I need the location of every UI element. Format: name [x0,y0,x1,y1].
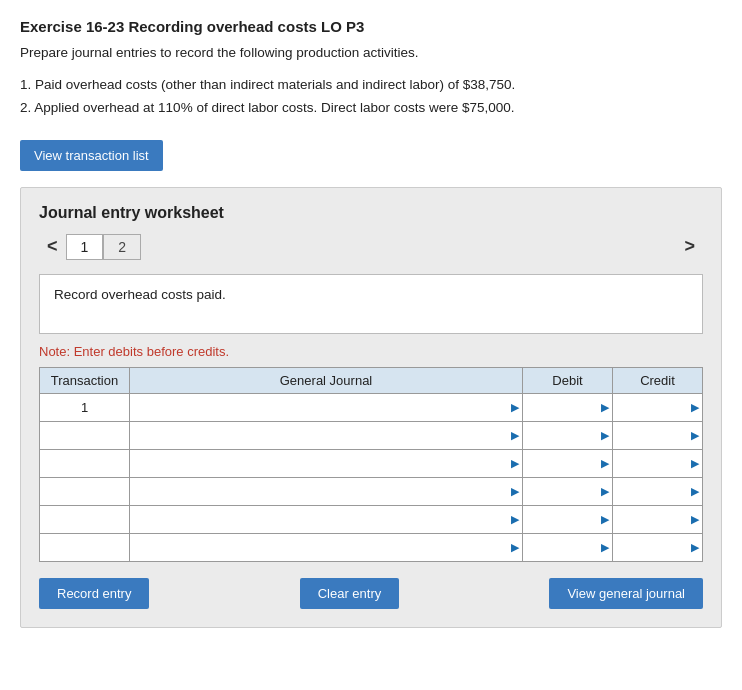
general-journal-cell[interactable]: ▶ [130,393,523,421]
debit-cell[interactable]: ▶ [523,533,613,561]
transaction-cell [40,533,130,561]
table-row: ▶▶▶ [40,533,703,561]
table-row: ▶▶▶ [40,477,703,505]
general-journal-input[interactable] [130,478,522,505]
clear-entry-button[interactable]: Clear entry [300,578,400,609]
general-journal-cell[interactable]: ▶ [130,421,523,449]
note-text: Note: Enter debits before credits. [39,344,703,359]
activity-1: 1. Paid overhead costs (other than indir… [20,74,722,97]
credit-input[interactable] [613,450,702,477]
tab-left-arrow[interactable]: < [39,234,66,259]
table-row: ▶▶▶ [40,421,703,449]
credit-cell[interactable]: ▶ [613,393,703,421]
credit-input[interactable] [613,394,702,421]
tab-navigation: < 1 2 > [39,234,703,260]
view-transaction-button[interactable]: View transaction list [20,140,163,171]
general-journal-input[interactable] [130,506,522,533]
credit-input[interactable] [613,534,702,561]
table-row: ▶▶▶ [40,505,703,533]
record-entry-button[interactable]: Record entry [39,578,149,609]
credit-cell[interactable]: ▶ [613,505,703,533]
table-row: 1▶▶▶ [40,393,703,421]
general-journal-input[interactable] [130,534,522,561]
page-title: Exercise 16-23 Recording overhead costs … [20,18,722,35]
general-journal-input[interactable] [130,394,522,421]
credit-cell[interactable]: ▶ [613,449,703,477]
table-row: ▶▶▶ [40,449,703,477]
col-header-general-journal: General Journal [130,367,523,393]
debit-cell[interactable]: ▶ [523,449,613,477]
debit-input[interactable] [523,534,612,561]
credit-input[interactable] [613,478,702,505]
action-buttons: Record entry Clear entry View general jo… [39,578,703,609]
debit-cell[interactable]: ▶ [523,477,613,505]
credit-cell[interactable]: ▶ [613,421,703,449]
description-box: Record overhead costs paid. [39,274,703,334]
debit-input[interactable] [523,450,612,477]
transaction-cell [40,505,130,533]
tab-1[interactable]: 1 [66,234,104,260]
col-header-credit: Credit [613,367,703,393]
transaction-cell [40,449,130,477]
tab-right-arrow[interactable]: > [676,234,703,259]
debit-input[interactable] [523,422,612,449]
transaction-cell: 1 [40,393,130,421]
debit-cell[interactable]: ▶ [523,421,613,449]
journal-entry-worksheet: Journal entry worksheet < 1 2 > Record o… [20,187,722,628]
credit-input[interactable] [613,422,702,449]
activity-list: 1. Paid overhead costs (other than indir… [20,74,722,120]
transaction-cell [40,477,130,505]
tab-2[interactable]: 2 [103,234,141,260]
worksheet-title: Journal entry worksheet [39,204,703,222]
credit-cell[interactable]: ▶ [613,477,703,505]
credit-cell[interactable]: ▶ [613,533,703,561]
general-journal-input[interactable] [130,450,522,477]
debit-input[interactable] [523,394,612,421]
activity-2: 2. Applied overhead at 110% of direct la… [20,97,722,120]
general-journal-cell[interactable]: ▶ [130,449,523,477]
general-journal-cell[interactable]: ▶ [130,533,523,561]
debit-input[interactable] [523,478,612,505]
general-journal-cell[interactable]: ▶ [130,477,523,505]
general-journal-cell[interactable]: ▶ [130,505,523,533]
debit-cell[interactable]: ▶ [523,505,613,533]
view-general-journal-button[interactable]: View general journal [549,578,703,609]
journal-table: Transaction General Journal Debit Credit… [39,367,703,562]
general-journal-input[interactable] [130,422,522,449]
col-header-transaction: Transaction [40,367,130,393]
debit-cell[interactable]: ▶ [523,393,613,421]
intro-text: Prepare journal entries to record the fo… [20,45,722,60]
debit-input[interactable] [523,506,612,533]
credit-input[interactable] [613,506,702,533]
transaction-cell [40,421,130,449]
col-header-debit: Debit [523,367,613,393]
